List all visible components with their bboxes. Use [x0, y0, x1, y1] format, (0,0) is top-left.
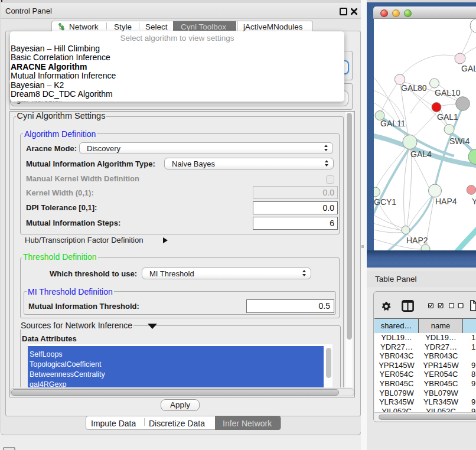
svg-text:GAL80: GAL80 [401, 83, 427, 93]
svg-text:Y: Y [472, 197, 476, 206]
svg-text:HAP2: HAP2 [406, 236, 428, 245]
svg-text:SWI4: SWI4 [449, 136, 470, 146]
svg-text:GAL1: GAL1 [437, 112, 458, 122]
svg-text:GAL7: GAL7 [461, 64, 476, 73]
svg-text:GCY1: GCY1 [374, 197, 396, 207]
svg-text:GAL10: GAL10 [435, 88, 461, 97]
svg-text:GAL11: GAL11 [380, 119, 406, 128]
svg-text:GAL4: GAL4 [410, 149, 432, 159]
svg-text:HAP4: HAP4 [435, 197, 457, 206]
